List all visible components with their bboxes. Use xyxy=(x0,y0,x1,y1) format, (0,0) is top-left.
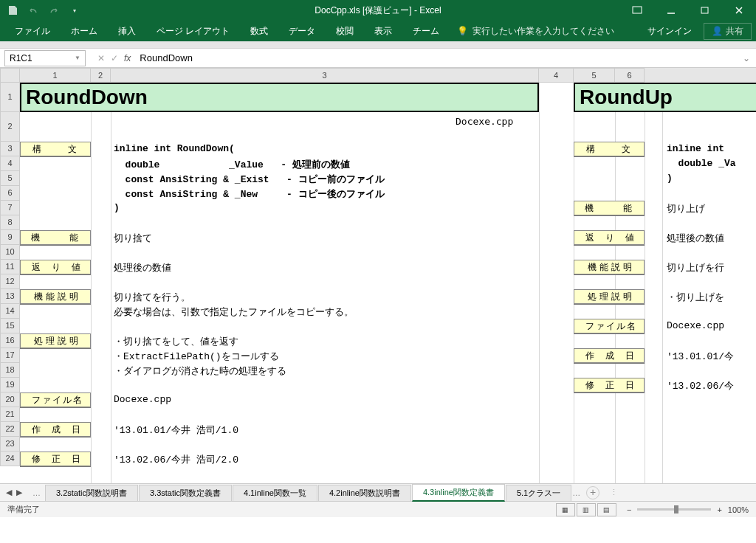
label-syntax[interactable]: 構 文 xyxy=(20,142,91,156)
tell-me-search[interactable]: 💡 実行したい作業を入力してください xyxy=(457,25,614,38)
zoom-level[interactable]: 100% xyxy=(728,505,749,514)
row-header[interactable]: 19 xyxy=(0,378,20,392)
zoom-slider[interactable] xyxy=(637,508,711,511)
cell[interactable]: Docexe.cpp xyxy=(114,394,171,405)
cell[interactable]: double _Value - 処理前の数値 xyxy=(114,158,350,171)
label-function[interactable]: 機 能 xyxy=(574,201,645,215)
row-header[interactable]: 12 xyxy=(0,274,20,289)
zoom-in-button[interactable]: + xyxy=(717,505,721,514)
row-header[interactable]: 22 xyxy=(0,422,20,437)
row-header[interactable]: 24 xyxy=(0,452,20,466)
cell[interactable]: 切り上げ xyxy=(667,202,705,215)
tab-team[interactable]: チーム xyxy=(402,22,450,41)
row-header[interactable]: 23 xyxy=(0,437,20,452)
file-cpp-label[interactable]: Docexe.cpp xyxy=(456,116,513,127)
row-header[interactable]: 17 xyxy=(0,348,20,363)
cell[interactable]: ・ExtractFilePath()をコールする xyxy=(114,350,279,363)
qat-customize-icon[interactable]: ▾ xyxy=(68,4,81,17)
tab-divider-icon[interactable]: ⋮ xyxy=(610,488,618,497)
select-all-corner[interactable] xyxy=(0,68,20,83)
cell[interactable]: ・切り上げを xyxy=(667,291,724,304)
cell[interactable]: const AnsiString & _New - コピー後のファイル xyxy=(114,187,385,201)
row-header[interactable]: 18 xyxy=(0,363,20,378)
col-header[interactable]: 2 xyxy=(91,68,111,83)
label-modified[interactable]: 修 正 日 xyxy=(574,378,645,392)
close-icon[interactable] xyxy=(722,0,756,21)
row-header[interactable]: 14 xyxy=(0,304,20,319)
view-page-layout-icon[interactable]: ▥ xyxy=(577,503,596,516)
cell[interactable]: ・ダイアログが消された時の処理をする xyxy=(114,364,286,378)
row-header[interactable]: 13 xyxy=(0,289,20,304)
tab-review[interactable]: 校閲 xyxy=(326,22,364,41)
cell[interactable]: 処理後の数値 xyxy=(667,232,724,245)
cell[interactable]: '13.01.01/今 xyxy=(667,350,734,363)
minimize-icon[interactable] xyxy=(654,0,688,21)
tab-insert[interactable]: 挿入 xyxy=(108,22,146,41)
sheet-nav-prev-icon[interactable]: ◀ xyxy=(6,488,12,497)
name-box[interactable]: R1C1 ▼ xyxy=(4,50,86,66)
label-desc[interactable]: 機能説明 xyxy=(20,289,91,304)
tab-view[interactable]: 表示 xyxy=(364,22,402,41)
cell[interactable]: inline int RoundDown( xyxy=(114,143,235,154)
row-header[interactable]: 21 xyxy=(0,407,20,422)
tab-file[interactable]: ファイル xyxy=(4,22,61,41)
row-header[interactable]: 11 xyxy=(0,260,20,274)
row-header[interactable]: 10 xyxy=(0,245,20,260)
row-header[interactable]: 20 xyxy=(0,392,20,407)
row-header[interactable]: 1 xyxy=(0,83,20,112)
label-proc[interactable]: 処理説明 xyxy=(20,333,91,348)
cell[interactable]: 処理後の数値 xyxy=(114,261,171,274)
cell[interactable]: '13.01.01/今井 浩司/1.0 xyxy=(114,423,238,437)
maximize-icon[interactable] xyxy=(688,0,722,21)
cell[interactable]: ) xyxy=(114,202,120,213)
tab-layout[interactable]: ページ レイアウト xyxy=(146,22,240,41)
label-created[interactable]: 作 成 日 xyxy=(574,348,645,363)
col-header[interactable]: 3 xyxy=(111,68,539,83)
sheet-tab[interactable]: 5.1クラス一 xyxy=(506,485,571,501)
col-header[interactable]: 6 xyxy=(615,68,645,83)
cell[interactable]: ) xyxy=(667,173,673,184)
col-header[interactable]: 4 xyxy=(539,68,574,83)
sheet-nav-more[interactable]: … xyxy=(28,488,45,497)
save-icon[interactable] xyxy=(6,4,19,17)
tab-formulas[interactable]: 数式 xyxy=(240,22,278,41)
section-title[interactable]: RoundUp xyxy=(574,83,756,112)
label-syntax[interactable]: 構 文 xyxy=(574,142,645,156)
col-header[interactable]: 1 xyxy=(20,68,91,83)
sheet-tab[interactable]: 3.2static関数説明書 xyxy=(45,485,138,501)
row-header[interactable]: 7 xyxy=(0,201,20,215)
sheet-tab[interactable]: 4.2inline関数説明書 xyxy=(318,485,411,501)
label-file[interactable]: ファイル名 xyxy=(574,319,645,333)
sheet-tab[interactable]: 4.1inline関数一覧 xyxy=(233,485,317,501)
row-header[interactable]: 15 xyxy=(0,319,20,333)
cell[interactable]: const AnsiString & _Exist - コピー前のファイル xyxy=(114,173,385,186)
label-proc[interactable]: 処理説明 xyxy=(574,289,645,304)
row-header[interactable]: 3 xyxy=(0,142,20,156)
label-return[interactable]: 返 り 値 xyxy=(574,230,645,245)
row-header[interactable]: 6 xyxy=(0,186,20,201)
undo-icon[interactable] xyxy=(27,4,40,17)
expand-formula-icon[interactable]: ⌄ xyxy=(743,53,756,63)
view-page-break-icon[interactable]: ▤ xyxy=(597,503,616,516)
add-sheet-button[interactable]: + xyxy=(586,486,599,499)
cell[interactable]: 切り上げを行 xyxy=(667,261,724,274)
row-header[interactable]: 5 xyxy=(0,171,20,186)
chevron-down-icon[interactable]: ▼ xyxy=(75,55,80,61)
cell[interactable]: 切り捨て xyxy=(114,232,152,245)
row-header[interactable]: 9 xyxy=(0,230,20,245)
cell[interactable]: ・切り捨てをして、値を返す xyxy=(114,335,238,348)
cell[interactable]: '13.02.06/今井 浩司/2.0 xyxy=(114,453,238,466)
tab-data[interactable]: データ xyxy=(278,22,326,41)
row-header[interactable]: 4 xyxy=(0,156,20,171)
cell[interactable]: double _Va xyxy=(667,158,736,169)
label-modified[interactable]: 修 正 日 xyxy=(20,452,91,466)
share-button[interactable]: 👤 共有 xyxy=(704,23,752,40)
redo-icon[interactable] xyxy=(47,4,61,17)
sheet-nav-next-icon[interactable]: ▶ xyxy=(16,488,22,497)
cell[interactable]: '13.02.06/今 xyxy=(667,379,734,392)
ribbon-display-icon[interactable] xyxy=(620,0,654,21)
cell[interactable]: Docexe.cpp xyxy=(667,320,724,331)
label-desc[interactable]: 機能説明 xyxy=(574,260,645,274)
zoom-out-button[interactable]: − xyxy=(627,505,631,514)
row-header[interactable]: 16 xyxy=(0,333,20,348)
